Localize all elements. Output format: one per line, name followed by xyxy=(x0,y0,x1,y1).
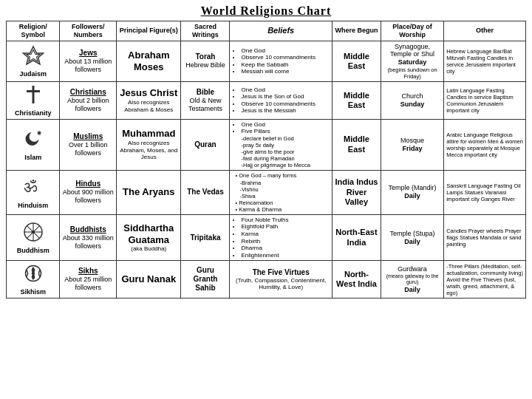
principal-cell: Jesus ChristAlso recognizes Abraham & Mo… xyxy=(117,81,181,119)
religion-label: Buddhism xyxy=(17,247,50,255)
principal-cell: MuhammadAlso recognizes Abraham, Moses, … xyxy=(117,119,181,170)
where-cell: North-East India xyxy=(332,214,381,261)
followers-label: Buddhists xyxy=(70,225,106,233)
beliefs-virtues: (Truth, Compassion, Contentment, Humilit… xyxy=(232,277,329,291)
religion-cell: Judaism xyxy=(7,41,60,81)
table-row: Sikhism SikhsAbout 25 million followersG… xyxy=(7,261,526,299)
table-row: Islam MuslimsOver 1 billion followersMuh… xyxy=(7,119,526,170)
followers-cell: JewsAbout 13 million followers xyxy=(60,41,117,81)
sacred-cell: Quran xyxy=(181,119,230,170)
page: World Religions Chart Religion/ Symbol F… xyxy=(0,0,532,303)
belief-item: Four Noble Truths xyxy=(241,216,329,224)
table-row: ॐ Hinduism HindusAbout 900 million follo… xyxy=(7,170,526,214)
followers-detail: Over 1 billion followers xyxy=(69,141,108,157)
belief-item: Messiah will come xyxy=(241,68,329,75)
religion-icon-cell: ॐ Hinduism xyxy=(9,174,57,210)
belief-item: Enlightenment xyxy=(241,252,329,259)
principal-cell: The Aryans xyxy=(117,170,181,214)
belief-item: -Shiva xyxy=(235,193,329,200)
sacred-cell: TorahHebrew Bible xyxy=(181,41,230,81)
beliefs-title: The Five Virtues xyxy=(232,268,329,277)
beliefs-cell: One GodObserve 10 commandmentsKeep the S… xyxy=(230,41,332,81)
followers-cell: SikhsAbout 25 million followers xyxy=(60,261,117,299)
followers-detail: About 2 billion followers xyxy=(67,97,109,112)
religion-icon-cell: Christianity xyxy=(9,83,57,117)
belief-item: -Vishnu xyxy=(235,186,329,193)
svg-rect-2 xyxy=(32,86,34,103)
place-note: (means gateway to the guru) xyxy=(383,273,441,286)
beliefs-cell: One GodJesus is the Son of GodObserve 10… xyxy=(230,81,332,119)
judaism-icon xyxy=(22,44,44,69)
followers-cell: HindusAbout 900 million followers xyxy=(60,170,117,214)
page-title: World Religions Chart xyxy=(6,4,526,18)
islam-icon xyxy=(22,128,44,152)
table-row: Buddhism BuddhistsAbout 330 million foll… xyxy=(7,214,526,261)
principal-name: Muhammad xyxy=(119,128,178,140)
principal-cell: Abraham Moses xyxy=(117,41,181,81)
belief-item: -declare belief in God xyxy=(241,135,329,142)
followers-detail: About 25 million followers xyxy=(64,276,112,291)
belief-item: -Brahma xyxy=(235,180,329,186)
beliefs-list: One GodObserve 10 commandmentsKeep the S… xyxy=(232,47,329,75)
followers-label: Hindus xyxy=(75,180,100,188)
other-cell: Sanskrit Language Fasting Oil Lamps Stat… xyxy=(444,170,526,214)
principal-name: The Aryans xyxy=(119,186,178,198)
principal-sub: Also recognizes Abraham, Moses, and Jesu… xyxy=(119,140,178,161)
hinduism-icon: ॐ xyxy=(21,174,45,200)
header-sacred: Sacred Writings xyxy=(181,21,230,41)
other-cell: -Three Pillars (Meditation, self-actuali… xyxy=(444,261,526,299)
belief-item: Observe 10 commandments xyxy=(241,100,329,108)
where-label: North-East India xyxy=(335,228,377,246)
where-cell: Middle East xyxy=(332,81,381,119)
sacred-cell: BibleOld & New Testaments xyxy=(181,81,230,119)
where-label: Middle East xyxy=(344,134,369,153)
day-note: (begins sundown on Friday) xyxy=(383,66,441,80)
sacred-sub: Hebrew Bible xyxy=(183,61,227,69)
worship-day: Daily xyxy=(383,192,441,200)
belief-item: Observe 10 commandments xyxy=(241,54,329,61)
sacred-cell: Tripitaka xyxy=(181,214,230,261)
sacred-cell: The Vedas xyxy=(181,170,230,214)
other-text: Sanskrit Language Fasting Oil Lamps Stat… xyxy=(446,183,523,202)
belief-item: Dharma xyxy=(241,245,329,252)
sacred-name: The Vedas xyxy=(183,188,227,197)
religion-label: Sikhism xyxy=(20,288,46,296)
belief-item: -pray 5x daily xyxy=(241,142,329,149)
worship-day: Sunday xyxy=(383,100,441,109)
followers-detail: About 330 million followers xyxy=(63,234,114,250)
principal-cell: Guru Nanak xyxy=(117,261,181,299)
beliefs-list: • One God – many forms-Brahma-Vishnu-Shi… xyxy=(232,172,329,213)
where-cell: North-West India xyxy=(332,261,381,299)
religion-cell: Islam xyxy=(7,119,60,170)
where-label: India Indus River Valley xyxy=(335,177,378,205)
header-religion: Religion/ Symbol xyxy=(7,21,60,41)
religion-label: Islam xyxy=(24,154,41,162)
religion-icon-cell: Islam xyxy=(9,128,57,162)
beliefs-list: Four Noble TruthsEightfold PathKarmaRebi… xyxy=(232,216,329,259)
principal-cell: Siddhartha Guatama(aka Buddha) xyxy=(117,214,181,261)
worship-day: Daily xyxy=(383,286,441,294)
followers-detail: About 13 million followers xyxy=(64,58,112,73)
belief-item: -Hajj or pilgrimage to Mecca xyxy=(241,162,329,168)
other-text: Arabic Language Religious attire for wom… xyxy=(446,132,523,158)
other-cell: Hebrew Language Bar/Bat Mitzvah Fasting … xyxy=(444,41,526,81)
where-cell: India Indus River Valley xyxy=(332,170,381,214)
header-followers: Followers/ Numbers xyxy=(60,21,117,41)
belief-item: Eightfold Path xyxy=(241,223,329,231)
worship-day: Daily xyxy=(383,238,441,246)
place-cell: Synagogue, Temple or ShulSaturday(begins… xyxy=(381,41,443,81)
sacred-name: Torah xyxy=(183,52,227,61)
table-row: Judaism JewsAbout 13 million followersAb… xyxy=(7,41,526,81)
religion-cell: Sikhism xyxy=(7,261,60,299)
header-other: Other xyxy=(444,21,526,41)
sacred-name: Tripitaka xyxy=(183,233,227,242)
religion-cell: Buddhism xyxy=(7,214,60,261)
place-cell: ChurchSunday xyxy=(381,81,443,119)
where-cell: Middle East xyxy=(332,119,381,170)
beliefs-list: One GodFive Pillars-declare belief in Go… xyxy=(232,121,329,168)
place-name: Church xyxy=(383,92,441,100)
belief-item: • Karma & Dharma xyxy=(235,206,329,213)
place-name: Temple (Mandir) xyxy=(383,184,441,192)
belief-item: Keep the Sabbath xyxy=(241,61,329,69)
belief-item: Five Pillars xyxy=(241,128,329,135)
